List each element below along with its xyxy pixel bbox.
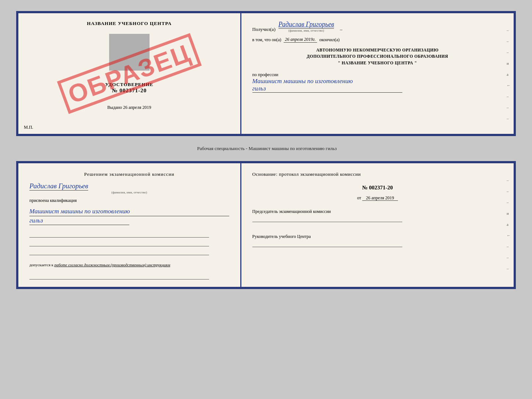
udostoverenie-block: УДОСТОВЕРЕНИЕ № 002371-20 xyxy=(105,82,153,94)
protocol-date-prefix: от xyxy=(357,195,361,200)
po-professii-label: по профессии xyxy=(252,72,503,78)
vydano-line: Выдано 26 апреля 2019 xyxy=(107,105,151,110)
udostoverenie-num: № 002371-20 xyxy=(105,88,153,94)
predsedatel-block: Председатель экзаменационной комиссии xyxy=(252,208,503,223)
profession-block: по профессии Машинист машины по изготовл… xyxy=(252,72,503,93)
bottom-document: Решением экзаменационной комиссии Радисл… xyxy=(16,161,516,289)
bottom-lines xyxy=(29,232,229,255)
top-doc-right: Получил(а) Радислав Григорьев (фамилия, … xyxy=(241,13,514,134)
separator-label: Рабочая специальность - Машинист машины … xyxy=(195,146,337,152)
org-line2: ДОПОЛНИТЕЛЬНОГО ПРОФЕССИОНАЛЬНОГО ОБРАЗО… xyxy=(252,53,503,60)
top-right-dashes: – – – и а ← – – – xyxy=(507,28,511,121)
profession-line2: гильз xyxy=(252,85,403,93)
vtom-date: 26 апреля 2019г. xyxy=(284,37,317,43)
top-document: НАЗВАНИЕ УЧЕБНОГО ЦЕНТРА УДОСТОВЕРЕНИЕ №… xyxy=(16,11,516,136)
bottom-right-dashes: – – – и а ← – – – xyxy=(507,178,511,271)
bottom-doc-right: Основание: протокол экзаменационной коми… xyxy=(241,163,514,287)
protocol-num: № 002371-20 xyxy=(252,185,503,191)
komissia-header: Решением экзаменационной комиссии xyxy=(29,171,229,178)
osnov-header: Основание: протокол экзаменационной коми… xyxy=(252,171,503,178)
top-school-name: НАЗВАНИЕ УЧЕБНОГО ЦЕНТРА xyxy=(87,21,172,26)
rukovoditel-sign-line xyxy=(252,241,403,247)
person-name-top: Радислав Григорьев xyxy=(278,21,334,29)
vydano-date: 26 апреля 2019 xyxy=(123,105,151,110)
prisvoena-label: присвоена квалификация xyxy=(29,198,229,203)
person-name-bottom: Радислав Григорьев xyxy=(29,182,88,190)
fio-sub-bottom: (фамилия, имя, отчество) xyxy=(29,190,229,194)
bottom-doc-left: Решением экзаменационной комиссии Радисл… xyxy=(18,163,241,287)
vtom-label: в том, что он(а) xyxy=(252,37,281,43)
protocol-date-val: 26 апреля 2019 xyxy=(362,195,398,201)
bottom-person-block: Радислав Григорьев (фамилия, имя, отчест… xyxy=(29,182,229,194)
kvali-line2: гильз xyxy=(29,216,129,225)
rukovoditel-block: Руководитель учебного Центра xyxy=(252,233,503,248)
org-line1: АВТОНОМНУЮ НЕКОММЕРЧЕСКУЮ ОРГАНИЗАЦИЮ xyxy=(252,47,503,53)
vydano-label: Выдано xyxy=(107,105,122,110)
dopuskaetsya-block: допускается к работе согласно должностны… xyxy=(29,263,229,267)
org-quote-close: " xyxy=(414,61,417,65)
org-block: АВТОНОМНУЮ НЕКОММЕРЧЕСКУЮ ОРГАНИЗАЦИЮ ДО… xyxy=(252,47,503,66)
protocol-date: от 26 апреля 2019 xyxy=(252,195,503,201)
okonchil-label: окончил(а) xyxy=(319,37,339,43)
org-school: НАЗВАНИЕ УЧЕБНОГО ЦЕНТРА xyxy=(342,61,413,65)
udostoverenie-title: УДОСТОВЕРЕНИЕ xyxy=(105,82,153,88)
solid-line-1 xyxy=(29,232,209,238)
kvali-line1: Машинист машины по изготовлению xyxy=(29,207,229,216)
rukovoditel-label: Руководитель учебного Центра xyxy=(252,233,503,240)
fio-sub-top: (фамилия, имя, отчество) xyxy=(278,29,334,32)
vtom-line: в том, что он(а) 26 апреля 2019г. окончи… xyxy=(252,37,503,43)
top-doc-left: НАЗВАНИЕ УЧЕБНОГО ЦЕНТРА УДОСТОВЕРЕНИЕ №… xyxy=(18,13,241,134)
dopuskaetsya-label: допускается к xyxy=(29,263,53,267)
solid-line-3 xyxy=(29,249,209,255)
predsedatel-sign-line xyxy=(252,215,403,222)
kvali-block: Машинист машины по изготовлению гильз xyxy=(29,207,229,225)
mp-label: М.П. xyxy=(24,125,33,130)
predsedatel-label: Председатель экзаменационной комиссии xyxy=(252,208,503,215)
profession-line1: Машинист машины по изготовлению xyxy=(252,78,503,85)
photo-placeholder xyxy=(109,34,150,71)
solid-line-2 xyxy=(29,241,209,246)
solid-line-4 xyxy=(29,274,209,279)
dopuskaetsya-text: работе согласно должностным (производств… xyxy=(54,263,170,267)
org-school-line: " НАЗВАНИЕ УЧЕБНОГО ЦЕНТРА " xyxy=(252,60,503,66)
poluchil-label: Получил(а) xyxy=(252,26,276,32)
org-quote-open: " xyxy=(338,61,341,65)
